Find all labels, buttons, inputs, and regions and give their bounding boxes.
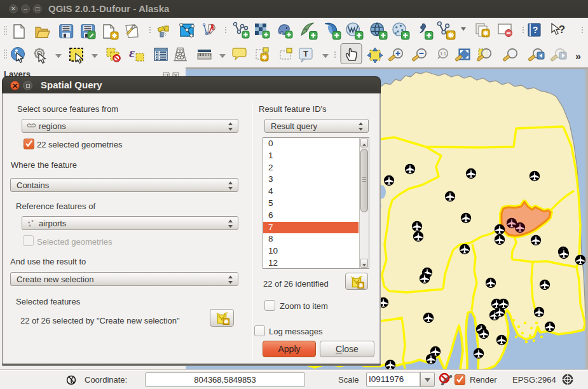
svg-text:?: ? [559,24,565,36]
svg-text:ε: ε [129,44,135,60]
svg-text:»: » [575,51,581,62]
svg-text:T: T [303,49,308,58]
svg-text:?: ? [533,25,538,35]
svg-text:1:1: 1:1 [440,51,446,56]
